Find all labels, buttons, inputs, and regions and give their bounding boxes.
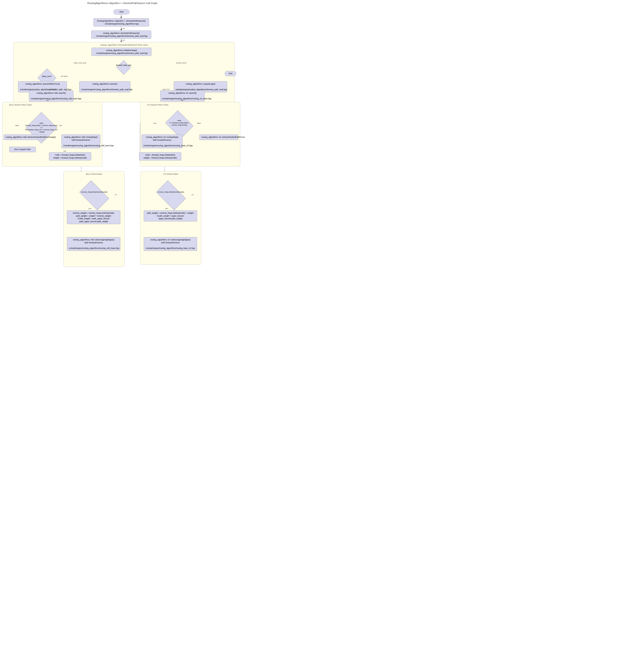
mld-relax-line3: · include/engine/routing_algorithms/rout…: [69, 244, 118, 250]
foreach-diamond-label: foreach node_pair: [114, 64, 134, 67]
ch-delete-min-node: node = forward_heap.DeleteMin() weight =…: [139, 152, 181, 161]
mld-calc-line1: reverse_weight = reverse_heap.GetKey(nod…: [69, 212, 118, 215]
ch-search-line1: routing_algorithms::ch::search(): [162, 92, 203, 95]
not-allow-label: not allow: [61, 75, 68, 77]
ch-relax-node: routing_algorithms::ch::relaxOutgoingEdg…: [144, 237, 197, 251]
ch-check-diamond-shape: [156, 180, 186, 210]
mld-unpack-path-node: MLD Unpack Path: [9, 147, 36, 152]
mld-true-label: true: [59, 124, 62, 127]
mld-search-flow-title: MLD Search Flow Chart: [9, 103, 31, 106]
ch-search-flow-title: CH Search Flow Chart: [147, 103, 168, 106]
ch-relax-line1: routing_algorithms::ch::relaxOutgoingEdg…: [146, 238, 195, 241]
ch-while-diamond-wrap: while 0 < (forward_heap.Size() + reverse…: [163, 111, 196, 136]
mld-routingStep-line3: · include/engine/routing_algorithms/rout…: [64, 141, 98, 147]
unpackLegs-line1: routing_algorithms::unpackLegs(): [176, 83, 225, 85]
ch-while-line2: 0 < (forward_heap.Size() + reverse_heap.…: [169, 122, 189, 126]
unpackLegs-line2: · include/engine/routing_algorithms/shor…: [176, 85, 225, 91]
mld-check-meet: MLD Check Meet reverse_heap.WasInserted(…: [64, 171, 125, 267]
ch-check-diamond-label: reverse_heap.WasInserted(node): [151, 191, 190, 193]
mld-check-diamond-shape: [79, 180, 109, 210]
call-label-1: call: [122, 27, 125, 29]
start-terminal: Start: [113, 9, 129, 14]
call-label-3: call: [46, 99, 49, 101]
ch-yes-label: yes: [165, 207, 168, 209]
mld-relax-node: routing_algorithms::mld::relaxOutgoingEd…: [67, 237, 120, 251]
mld-retrieve-line1: routing_algorithms::mld::retrievePackedP…: [6, 136, 44, 139]
mld-calc-line3: if path_weight < path_upper_bound; path_…: [69, 217, 118, 223]
ch-check-diamond-wrap: reverse_heap.WasInserted(node): [151, 182, 190, 207]
shortest-path-flow-title: routing_algorithms ShortestPathSearch Fl…: [100, 44, 148, 46]
mld-routingStep-line1: routing_algorithms::mld::routingStep(): [64, 136, 98, 139]
allow-turn-label: allow_turn?: [36, 75, 58, 78]
shortest-path-search-node: routing_algorithms::shortestPathSearch()…: [91, 30, 151, 39]
mld-deletemin-line1: node = forward_heap.DeleteMin(): [51, 154, 89, 157]
mld-while-line3: && forward_heap_min + reverse_heap_min <…: [25, 129, 58, 133]
mld-retrieve-node: routing_algorithms::mld::retrievePackedP…: [4, 135, 46, 140]
foreach-diamond-shape: [116, 60, 131, 75]
ch-relax-line2: both forward/reverse: [146, 241, 195, 244]
ch-routingStep-line3: · include/engine/routing_algorithms/rout…: [143, 141, 181, 147]
ch-true-label: true: [153, 122, 157, 124]
ch-check-meet-title: CH Check Meet: [163, 173, 178, 175]
initialize-heap-node: routing_algorithms::initializeHeap() · i…: [91, 48, 151, 56]
node2-line2: · include/engine/routing_algorithms/shor…: [93, 35, 149, 37]
ch-no-label: no: [192, 194, 194, 196]
mld-while-line1: while: [39, 122, 43, 124]
mld-while-label: while forward_heap.Size() + reverse_heap…: [25, 122, 58, 133]
routing-algorithms-node: RoutingAlgorithms< Algorithm >::Shortest…: [93, 18, 149, 26]
mld-relax-line2: both forward/reverse: [69, 241, 118, 244]
search-line2: · include/engine/routing_algorithms/shor…: [81, 85, 128, 91]
mld-check-diamond-wrap: reverse_heap.WasInserted(node): [75, 182, 114, 207]
node1-line1: RoutingAlgorithms< Algorithm >::Shortest…: [95, 20, 147, 22]
mld-no-label: no: [115, 194, 117, 196]
mld-deletemin-line2: weight = forward_heap.GetKey(node): [51, 157, 89, 159]
mld-delete-min-node: node = forward_heap.DeleteMin() weight =…: [49, 152, 91, 161]
ch-false-label: false: [197, 122, 201, 124]
mld-search-node: routing_algorithms::mld::search() · incl…: [29, 90, 74, 101]
ch-retrieve-line1: routing_algorithms::ch::retrievePackedPa…: [201, 136, 236, 139]
searchWithUTurn-line2: · include/engine/routing_algorithms/shor…: [20, 85, 65, 91]
mld-check-meet-title: MLD Check Meet: [86, 173, 102, 175]
ch-while-line1: while: [177, 119, 181, 121]
ch-relax-line3: · include/engine/routing_algorithms/rout…: [146, 244, 195, 250]
foreach-done-label: foreach done: [176, 62, 186, 64]
mld-calc-node: reverse_weight = reverse_heap.GetKey(nod…: [67, 211, 120, 224]
search-node: routing_algorithms::search() · include/e…: [79, 81, 130, 92]
search-line1: routing_algorithms::search(): [81, 83, 128, 85]
valid-node-pair-label: valid_node_pair: [74, 62, 86, 64]
call-if-mld-label: call if MLD: [48, 88, 56, 90]
call-mld-deletemin-label: call: [64, 150, 66, 152]
ch-check-meet: CH Check Meet reverse_heap.WasInserted(n…: [140, 171, 201, 265]
mld-calc-line2: path_weight = weight + reverse_weight;: [69, 215, 118, 218]
mld-search-line2: · include/engine/routing_algorithms/rout…: [31, 95, 72, 100]
mld-yes-label: yes: [89, 207, 91, 209]
ch-deletemin-line1: node = forward_heap.DeleteMin(): [141, 154, 179, 157]
node3-line2: · include/engine/routing_algorithms/shor…: [93, 52, 149, 55]
mld-routing-step-node: routing_algorithms::mld::routingStep() b…: [62, 135, 100, 148]
ch-retrieve-node: routing_algorithms::ch::retrievePackedPa…: [199, 135, 238, 140]
mld-routingStep-line2: both forward/reverse: [64, 139, 98, 142]
node1-line2: · include/engine/routing_algorithms.hpp: [95, 22, 147, 25]
call-label-4: call: [181, 99, 183, 101]
mld-check-diamond-label: reverse_heap.WasInserted(node): [75, 191, 114, 193]
end-terminal: End: [225, 71, 236, 76]
page-title: RoutingAlgorithms< Algorithm >::Shortest…: [0, 0, 245, 5]
mld-while-line2: forward_heap.Size() + reverse_heap.Size(…: [25, 124, 58, 129]
node2-line1: routing_algorithms::shortestPathSearch(): [93, 32, 149, 35]
ch-calc-node: path_weight = reverse_heap.GetKey(node) …: [144, 211, 197, 222]
ch-calc-line2: if path_weight < upper_bound; upper_boun…: [146, 215, 195, 220]
searchWithUTurn-line1: routing_algorithms::searchWithUTurn(): [20, 83, 65, 85]
ch-calc-line1: path_weight = reverse_heap.GetKey(node) …: [146, 212, 195, 215]
ch-while-label: while 0 < (forward_heap.Size() + reverse…: [163, 119, 196, 126]
mld-search-line1: routing_algorithms::mld::search(): [31, 92, 72, 95]
ch-routingStep-line2: both forward/reverse: [143, 139, 181, 142]
diagram-container: Start RoutingAlgorithms< Algorithm >::Sh…: [0, 5, 245, 335]
ch-routing-step-node: routing_algorithms::ch::routingStep() bo…: [141, 135, 183, 148]
node3-line1: routing_algorithms::initializeHeap(): [93, 49, 149, 52]
foreach-node-pair-diamond-wrap: foreach node_pair: [114, 58, 134, 77]
mld-false-label: false: [15, 124, 19, 127]
ch-routingStep-line1: routing_algorithms::ch::routingStep(): [143, 136, 181, 139]
mld-relax-line1: routing_algorithms::mld::relaxOutgoingEd…: [69, 238, 118, 241]
ch-deletemin-line2: weight = forward_heap.GetKey(node): [141, 157, 179, 159]
call-label-2: call: [122, 39, 125, 41]
